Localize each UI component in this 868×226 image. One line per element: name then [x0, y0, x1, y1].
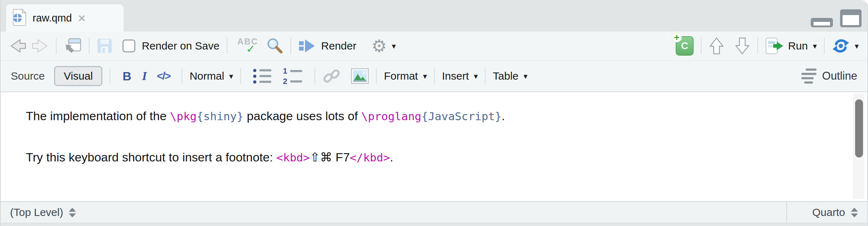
insert-image-button[interactable]: [351, 68, 369, 84]
divider: [227, 38, 227, 54]
divider: [240, 68, 241, 84]
format-menu-label: Format: [384, 70, 418, 82]
list-number: 1: [281, 67, 287, 75]
chevron-down-icon: ▾: [524, 72, 527, 81]
list-line: [259, 69, 271, 71]
back-button[interactable]: [9, 39, 26, 53]
link-icon: [322, 67, 341, 85]
run-next-chunks-button[interactable]: [734, 37, 750, 55]
bullet-list-button[interactable]: [253, 69, 271, 84]
italic-button[interactable]: I: [142, 69, 147, 83]
list-number: 2: [281, 77, 287, 85]
divider: [89, 38, 90, 54]
search-icon: [266, 37, 283, 55]
code-chunk-icon: C +: [676, 36, 694, 56]
find-replace-button[interactable]: [266, 37, 283, 55]
text-segment-plain: .: [502, 109, 505, 123]
outline-icon: [801, 69, 816, 84]
tab-close-icon[interactable]: ×: [78, 12, 86, 24]
bullet-dot: [253, 80, 256, 84]
open-in-new-window-button[interactable]: [64, 38, 82, 54]
list-line: [290, 80, 302, 83]
text-segment-tex-command: \pkg: [170, 110, 197, 123]
chevron-down-icon: ▾: [392, 42, 396, 51]
scope-selector[interactable]: (Top Level): [1, 206, 76, 218]
editor-pane-window: raw.qmd ×: [0, 0, 868, 226]
minimize-pane-icon[interactable]: [811, 18, 833, 27]
text-segment-tex-arg: {shiny}: [197, 110, 243, 123]
render-options-button[interactable]: ⚙ ▾: [371, 37, 396, 55]
insert-link-button[interactable]: [322, 67, 341, 85]
divider: [363, 38, 364, 54]
tab-raw-qmd[interactable]: raw.qmd ×: [6, 4, 124, 32]
bold-button[interactable]: B: [122, 69, 131, 83]
render-on-save-checkbox[interactable]: Render on Save: [122, 39, 220, 52]
visual-editor-canvas[interactable]: The implementation of the \pkg{shiny} pa…: [1, 92, 867, 201]
insert-menu[interactable]: Insert ▾: [442, 70, 478, 82]
text-segment-html-tag: </kbd>: [350, 151, 390, 164]
outline-toggle-button[interactable]: Outline: [801, 69, 857, 84]
divider: [824, 38, 825, 54]
maximize-pane-icon[interactable]: [840, 9, 862, 27]
image-icon: [351, 68, 369, 84]
spellcheck-button[interactable]: ABC ✓: [237, 37, 258, 55]
tab-bar: raw.qmd ×: [1, 0, 867, 32]
table-menu[interactable]: Table ▾: [493, 70, 527, 82]
render-button[interactable]: Render: [298, 39, 356, 53]
quarto-file-icon: [13, 9, 27, 27]
divider: [701, 38, 701, 54]
forward-button[interactable]: [32, 39, 49, 53]
list-line: [290, 70, 302, 72]
run-icon: [765, 37, 784, 55]
divider: [56, 38, 57, 54]
divider: [110, 68, 110, 84]
numbered-list-button[interactable]: 1 2: [281, 67, 302, 85]
render-on-save-label: Render on Save: [142, 40, 220, 52]
run-button[interactable]: Run ▾: [765, 37, 817, 55]
code-button[interactable]: </>: [157, 70, 170, 82]
scrollbar-thumb[interactable]: [855, 99, 863, 157]
list-line: [259, 81, 271, 83]
editor-status-bar: (Top Level) Quarto: [1, 201, 867, 223]
checkbox-box[interactable]: [122, 39, 135, 52]
source-document-button[interactable]: ▾: [832, 38, 859, 54]
chevron-down-icon: ▾: [423, 72, 427, 81]
insert-menu-label: Insert: [442, 70, 469, 82]
editor-paragraph[interactable]: The implementation of the \pkg{shiny} pa…: [1, 92, 867, 125]
document-format-selector[interactable]: Quarto: [786, 202, 867, 223]
up-down-icon: [851, 208, 858, 217]
arrow-down-icon: [734, 37, 750, 55]
divider: [376, 68, 377, 84]
text-segment-plain: package uses lots of: [243, 109, 361, 123]
bullet-dot: [253, 69, 256, 72]
format-menu[interactable]: Format ▾: [384, 70, 427, 82]
vertical-scrollbar[interactable]: [853, 94, 864, 199]
up-down-icon: [69, 208, 76, 217]
chevron-down-icon: ▾: [474, 72, 478, 81]
scope-label: (Top Level): [10, 206, 63, 218]
chevron-down-icon: ▾: [229, 72, 233, 81]
text-segment-plain: ⇧⌘ F7: [310, 150, 350, 164]
tab-title: raw.qmd: [33, 12, 72, 24]
gear-icon: ⚙: [371, 37, 387, 55]
text-segment-tex-command: \proglang: [361, 110, 421, 123]
chunk-letter: C: [681, 40, 688, 52]
forward-arrow-icon: [32, 39, 49, 53]
divider: [434, 68, 435, 84]
spellcheck-check-icon: ✓: [246, 44, 255, 55]
text-segment-html-tag: <kbd>: [276, 151, 310, 164]
save-button[interactable]: [97, 38, 112, 54]
paragraph-style-dropdown[interactable]: Normal ▾: [189, 70, 233, 82]
tab-visual-mode[interactable]: Visual: [54, 66, 102, 86]
editor-paragraph[interactable]: Try this keyboard shortcut to insert a f…: [1, 125, 867, 166]
format-toolbar: Source Visual B I </> Normal ▾ 1 2: [1, 61, 867, 92]
chevron-down-icon: ▾: [855, 42, 859, 51]
chevron-down-icon: ▾: [813, 42, 817, 51]
text-segment-tex-arg: {JavaScript}: [421, 110, 502, 123]
divider: [182, 68, 182, 84]
arrow-up-icon: [709, 37, 724, 55]
table-menu-label: Table: [493, 70, 519, 82]
tab-source-mode[interactable]: Source: [11, 70, 45, 82]
insert-chunk-button[interactable]: C +: [676, 36, 694, 56]
run-previous-chunks-button[interactable]: [709, 37, 724, 55]
